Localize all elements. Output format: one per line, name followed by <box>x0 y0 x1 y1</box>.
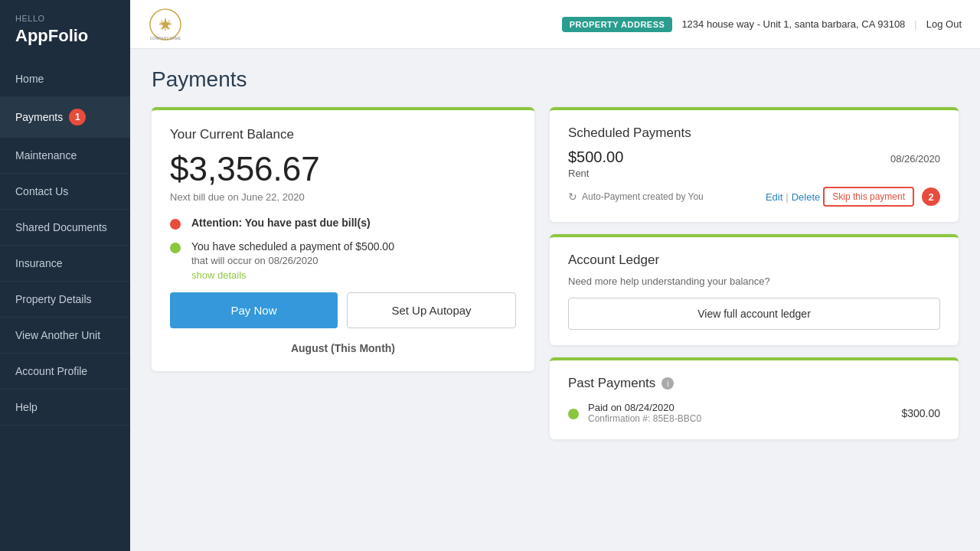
sidebar: HELLO AppFolio Home Payments 1 Maintenan… <box>0 0 130 551</box>
pay-now-button[interactable]: Pay Now <box>170 292 338 328</box>
sidebar-item-property-details[interactable]: Property Details <box>0 282 130 318</box>
sidebar-item-label: Account Profile <box>15 365 87 377</box>
balance-card-title: Your Current Balance <box>170 127 516 142</box>
sidebar-item-maintenance[interactable]: Maintenance <box>0 138 130 174</box>
skip-payment-label: Skip this payment <box>832 191 905 202</box>
content-area: Payments Your Current Balance $3,356.67 … <box>130 49 980 551</box>
scheduled-amount: $500.00 <box>568 148 623 166</box>
past-payment-dot <box>568 409 579 419</box>
logout-link[interactable]: Log Out <box>926 18 962 30</box>
alert-scheduled-payment: You have scheduled a payment of $500.00 … <box>170 240 516 282</box>
balance-due-date: Next bill due on June 22, 2020 <box>170 191 516 203</box>
sidebar-item-account-profile[interactable]: Account Profile <box>0 354 130 390</box>
sidebar-item-payments[interactable]: Payments 1 <box>0 97 130 138</box>
past-payment-date: Paid on 08/24/2020 <box>588 402 892 413</box>
scheduled-date-text: that will occur on 08/26/2020 <box>191 255 394 266</box>
property-badge: PROPERTY ADDRESS <box>562 17 673 32</box>
scheduled-payment-type: Rent <box>568 168 940 179</box>
scheduled-text: You have scheduled a payment of $500.00 <box>191 240 394 253</box>
main-content: COMPANY NAME PROPERTY ADDRESS 1234 house… <box>130 0 980 551</box>
property-address: 1234 house way - Unit 1, santa barbara, … <box>681 18 905 30</box>
sidebar-item-home[interactable]: Home <box>0 61 130 97</box>
sidebar-item-label: Payments <box>15 111 63 123</box>
ledger-subtitle: Need more help understanding your balanc… <box>568 276 940 287</box>
past-payment-row: Paid on 08/24/2020 Confirmation #: 85E8-… <box>568 402 940 424</box>
logo-area: COMPANY NAME <box>149 8 182 41</box>
past-due-dot <box>170 219 181 230</box>
info-icon[interactable]: i <box>662 377 674 390</box>
sidebar-item-label: Property Details <box>15 293 92 305</box>
sidebar-item-label: Contact Us <box>15 185 68 197</box>
view-ledger-button[interactable]: View full account ledger <box>568 298 940 330</box>
setup-autopay-button[interactable]: Set Up Autopay <box>347 292 516 328</box>
header-divider: | <box>914 18 916 30</box>
cards-row: Your Current Balance $3,356.67 Next bill… <box>152 107 959 439</box>
past-payment-amount: $300.00 <box>901 407 940 419</box>
scheduled-footer: ↻ Auto-Payment created by You Edit | Del… <box>568 187 940 207</box>
sidebar-app-name: AppFolio <box>0 26 130 61</box>
page-title: Payments <box>152 67 959 92</box>
delete-link[interactable]: Delete <box>792 191 821 203</box>
scheduled-dot <box>170 243 181 253</box>
sidebar-item-contact-us[interactable]: Contact Us <box>0 174 130 210</box>
sidebar-item-label: Home <box>15 73 44 85</box>
balance-amount: $3,356.67 <box>170 150 516 188</box>
edit-link[interactable]: Edit <box>766 191 782 203</box>
scheduled-amount-row: $500.00 08/26/2020 <box>568 148 940 166</box>
ledger-card: Account Ledger Need more help understand… <box>550 234 959 345</box>
svg-text:COMPANY NAME: COMPANY NAME <box>150 36 181 41</box>
header: COMPANY NAME PROPERTY ADDRESS 1234 house… <box>130 0 980 49</box>
payment-buttons-row: Pay Now Set Up Autopay <box>170 292 516 328</box>
show-details-link[interactable]: show details <box>191 269 247 281</box>
action-divider: | <box>786 191 788 203</box>
past-payment-confirmation: Confirmation #: 85E8-BBC0 <box>588 413 892 424</box>
past-payment-info: Paid on 08/24/2020 Confirmation #: 85E8-… <box>588 402 892 424</box>
sidebar-item-label: Insurance <box>15 257 62 269</box>
sidebar-item-shared-documents[interactable]: Shared Documents <box>0 210 130 246</box>
scheduled-payments-card: Scheduled Payments $500.00 08/26/2020 Re… <box>550 107 959 222</box>
month-label: August (This Month) <box>170 342 516 354</box>
past-payments-header: Past Payments i <box>568 376 940 391</box>
step-badge-2: 2 <box>922 187 940 206</box>
scheduled-payment-date: 08/26/2020 <box>890 153 940 165</box>
action-links: Edit | Delete Skip this payment 2 <box>766 187 940 207</box>
sidebar-item-insurance[interactable]: Insurance <box>0 246 130 282</box>
sidebar-item-label: Shared Documents <box>15 221 107 233</box>
sidebar-item-label: View Another Unit <box>15 329 100 341</box>
balance-card: Your Current Balance $3,356.67 Next bill… <box>152 107 534 371</box>
past-payments-card: Past Payments i Paid on 08/24/2020 Confi… <box>550 357 959 439</box>
scheduled-card-title: Scheduled Payments <box>568 126 940 141</box>
sidebar-item-help[interactable]: Help <box>0 390 130 425</box>
header-right: PROPERTY ADDRESS 1234 house way - Unit 1… <box>562 17 962 32</box>
past-payments-title: Past Payments <box>568 376 655 391</box>
past-due-text: Attention: You have past due bill(s) <box>191 217 371 229</box>
alert-past-due: Attention: You have past due bill(s) <box>170 217 516 230</box>
auto-payment-info: ↻ Auto-Payment created by You <box>568 191 704 203</box>
sidebar-item-label: Help <box>15 401 38 413</box>
refresh-icon: ↻ <box>568 191 577 203</box>
ledger-card-title: Account Ledger <box>568 253 940 268</box>
right-column: Scheduled Payments $500.00 08/26/2020 Re… <box>550 107 959 439</box>
auto-payment-label: Auto-Payment created by You <box>582 191 704 202</box>
past-due-label: Attention: You have past due bill(s) <box>191 217 371 229</box>
sidebar-item-view-another-unit[interactable]: View Another Unit <box>0 318 130 354</box>
sidebar-hello-label: HELLO <box>0 0 130 26</box>
sidebar-item-label: Maintenance <box>15 149 77 161</box>
company-logo-icon: COMPANY NAME <box>149 8 182 41</box>
scheduled-info: You have scheduled a payment of $500.00 … <box>191 240 394 282</box>
skip-payment-button[interactable]: Skip this payment <box>823 187 914 207</box>
payments-badge: 1 <box>69 109 86 126</box>
